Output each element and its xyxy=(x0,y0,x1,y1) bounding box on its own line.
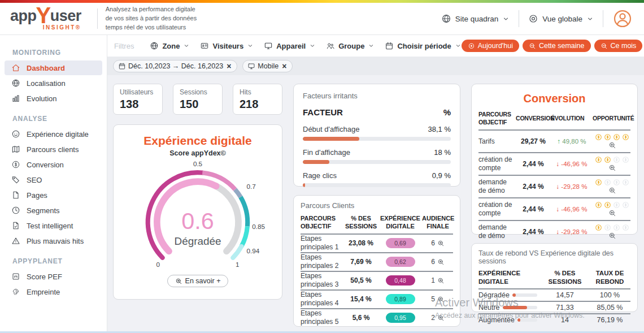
conversion-value: 2,44 % xyxy=(516,160,551,168)
sidebar-item-label: Conversion xyxy=(27,161,64,169)
coin-rating xyxy=(595,133,629,141)
table-row: Etapes principales 1 23,08 % 0,69 6 xyxy=(301,233,453,252)
conversion-label: demande de démo xyxy=(478,223,516,240)
table-row: création de compte 2,44 % ↓-46,96 % xyxy=(478,197,630,220)
active-filters-bar: Déc. 10,2023 → Déc. 16,2023 × Mobile × xyxy=(107,57,644,75)
filter-visiteurs[interactable]: Visiteurs xyxy=(200,41,254,50)
magnifier-plus-icon[interactable] xyxy=(608,232,616,240)
coin-rating xyxy=(595,201,629,209)
remove-chip-icon[interactable]: × xyxy=(227,62,231,70)
magnifier-plus-icon[interactable] xyxy=(437,258,445,266)
facteurs-col-pct: % xyxy=(443,107,451,117)
sidebar-item-pages[interactable]: Pages xyxy=(5,188,102,202)
facteur-bar-track xyxy=(303,137,451,141)
magnifier-plus-icon[interactable] xyxy=(608,141,616,149)
coin-rating xyxy=(595,224,629,231)
audience-value: 2 xyxy=(431,314,435,322)
quick-range-today-button[interactable]: Aujourd'hui xyxy=(462,40,519,52)
site-selector[interactable]: Site quadran xyxy=(441,14,510,24)
experience-score-badge: 0,69 xyxy=(386,238,415,248)
sessions-pct: 15,4 % xyxy=(343,295,378,303)
sidebar-item-empreinte[interactable]: Empreinte xyxy=(5,284,102,299)
trend-arrow-icon: ↓ xyxy=(556,183,560,190)
filter-zone[interactable]: Zone xyxy=(150,41,190,50)
remove-chip-icon[interactable]: × xyxy=(282,62,286,70)
facteurs-title: Facteurs irritants xyxy=(303,92,451,100)
pin-icon xyxy=(468,42,475,50)
app-logo[interactable]: appYuser INSIGHT® xyxy=(10,7,81,31)
table-row: Tarifs 29,27 % ↑49,80 % xyxy=(478,129,630,152)
coin-icon xyxy=(595,179,602,186)
tagline-line: de vos sites à partir des données xyxy=(106,14,197,23)
sidebar-item-experience-digitale[interactable]: Expérience digitale xyxy=(5,127,102,141)
magnifier-plus-icon[interactable] xyxy=(437,240,445,247)
facteur-row: Rage clics 0,9 % xyxy=(303,171,451,187)
magnifier-plus-icon[interactable] xyxy=(608,164,616,172)
filter-choisir-periode[interactable]: Choisir période xyxy=(385,41,461,50)
sidebar-item-test-intelligent[interactable]: Test intelligent xyxy=(5,218,102,233)
conversion-label: Tarifs xyxy=(478,137,516,146)
sessions-bar-track xyxy=(517,318,537,322)
magnifier-plus-icon[interactable] xyxy=(437,277,445,284)
experience-label: Neutre xyxy=(478,304,500,312)
kpi-label: Utilisateurs xyxy=(120,88,162,96)
sidebar-item-segments[interactable]: Segments xyxy=(5,203,102,218)
header-divider xyxy=(519,10,519,27)
sidebar-item-score-pef[interactable]: Score PEF xyxy=(5,269,102,284)
sidebar-item-conversion[interactable]: Conversion xyxy=(5,157,102,172)
filter-zone-label: Zone xyxy=(162,42,180,50)
sidebar-item-parcours-clients[interactable]: Parcours clients xyxy=(5,142,102,157)
coin-icon xyxy=(604,133,611,141)
facteur-row: Fin d'affichage 18 % xyxy=(303,148,451,164)
sidebar-item-seo[interactable]: SEO xyxy=(5,172,102,187)
sidebar-item-plus-mauvais-hits[interactable]: Plus mauvais hits xyxy=(5,233,102,248)
sidebar-section-analyse: ANALYSE xyxy=(12,115,107,123)
taux-de-rebond-card: Taux de rebond VS Expérience digitale de… xyxy=(471,243,638,312)
kpi-value: 150 xyxy=(180,98,222,111)
view-selector[interactable]: Vue globale xyxy=(528,14,594,24)
eye-icon xyxy=(528,14,538,24)
filter-appareil[interactable]: Appareil xyxy=(264,41,316,50)
device-chip[interactable]: Mobile × xyxy=(242,60,293,72)
col-header: % DES SESSIONS xyxy=(542,269,588,286)
experience-score-badge: 0,48 xyxy=(386,275,415,286)
table-row: création de compte 2,44 % ↓-46,96 % xyxy=(478,152,630,175)
coin-icon xyxy=(595,133,602,141)
sidebar-item-evolution[interactable]: Evolution xyxy=(5,91,102,106)
quick-range-month-button[interactable]: Ce mois xyxy=(594,40,643,52)
parcours-label: Etapes principales 4 xyxy=(301,291,343,308)
sidebar-item-localisation[interactable]: Localisation xyxy=(5,76,102,90)
device-chip-label: Mobile xyxy=(258,62,279,70)
chevron-down-icon xyxy=(586,15,594,23)
site-selector-label: Site quadran xyxy=(455,15,499,23)
magnifier-plus-icon[interactable] xyxy=(608,209,616,217)
col-header: PARCOURS OBJECTIF xyxy=(301,214,343,231)
quick-range-label: Aujourd'hui xyxy=(478,42,513,50)
facteur-value: 0,9 % xyxy=(432,171,451,180)
zoom-out-icon xyxy=(529,42,536,50)
evolution-value: ↓-46,96 % xyxy=(551,161,593,167)
logo-part3: user xyxy=(50,8,81,24)
sessions-value: 71,33 xyxy=(542,304,588,312)
en-savoir-plus-button[interactable]: En savoir + xyxy=(167,275,229,287)
parcours-clients-card: Parcours Clients PARCOURS OBJECTIF % DES… xyxy=(293,195,460,327)
facteur-label: Rage clics xyxy=(303,171,337,180)
kpi-value: 138 xyxy=(120,98,162,111)
date-range-chip[interactable]: Déc. 10,2023 → Déc. 16,2023 × xyxy=(113,60,237,72)
chevron-down-icon xyxy=(455,42,462,49)
coin-icon xyxy=(622,179,629,186)
filter-visiteurs-label: Visiteurs xyxy=(212,42,243,50)
col-header: EXPÉRIENCE DIGITALE xyxy=(378,214,422,231)
sidebar-item-label: SEO xyxy=(27,176,42,184)
sidebar-item-dashboard[interactable]: Dashboard xyxy=(5,60,102,75)
conversion-label: demande de démo xyxy=(478,178,516,195)
magnifier-plus-icon[interactable] xyxy=(437,296,445,303)
quick-range-week-button[interactable]: Cette semaine xyxy=(523,40,591,52)
magnifier-plus-icon[interactable] xyxy=(437,314,445,322)
filter-groupe[interactable]: Groupe xyxy=(326,41,375,50)
table-row: Etapes principales 2 7,69 % 0,62 6 xyxy=(301,252,453,271)
filter-groupe-label: Groupe xyxy=(338,42,364,50)
magnifier-plus-icon[interactable] xyxy=(608,187,616,194)
user-avatar[interactable] xyxy=(612,8,633,29)
gauge-tick-0.7: 0.7 xyxy=(246,183,255,190)
